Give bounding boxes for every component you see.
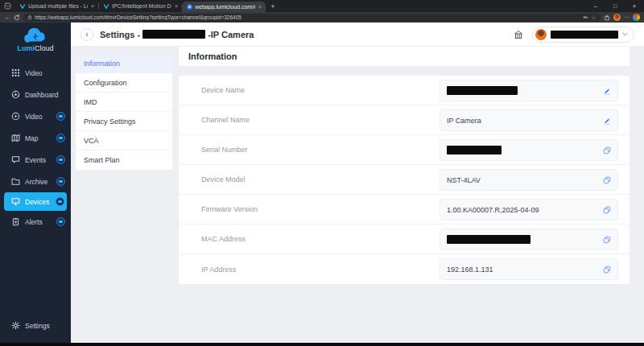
logo-text: LumiCloud	[0, 44, 71, 52]
panel-title: Information	[179, 47, 630, 66]
chevron-down-icon	[622, 32, 628, 36]
cloud-badge-icon	[56, 134, 65, 142]
account-profile-icon[interactable]	[633, 14, 640, 21]
edit-icon[interactable]	[603, 117, 611, 125]
sidebar-item-devices[interactable]: Devices	[4, 192, 67, 211]
tab-vca[interactable]: VCA	[76, 131, 172, 150]
copy-icon[interactable]	[603, 146, 611, 154]
play-icon	[11, 112, 20, 121]
info-row-mac-address: MAC Address	[179, 224, 630, 254]
new-tab-button[interactable]: +	[267, 2, 279, 10]
redacted-device-name	[142, 30, 205, 39]
cloud-badge-icon	[56, 217, 65, 226]
tab-title: Upload multiple files - Luminys W	[28, 3, 88, 9]
field-label: MAC Address	[179, 235, 246, 243]
luminys-favicon	[19, 3, 26, 10]
browser-tab-2[interactable]: IPC/Intelligent Motion Detection ×	[98, 0, 182, 12]
account-menu[interactable]	[532, 27, 634, 43]
sidebar-item-events[interactable]: Events	[0, 149, 71, 171]
tab-title: IPC/Intelligent Motion Detection	[112, 3, 171, 9]
tab-configuration[interactable]: Configuration	[76, 73, 172, 93]
gear-icon	[11, 321, 20, 330]
redacted-value	[447, 235, 530, 244]
url-bar[interactable]: https://webapp.lumicloud.com/#/nvrDevice…	[23, 14, 601, 22]
info-row-channel-name: Channel Name IP Camera	[179, 105, 630, 135]
browser-menu-icon[interactable]: ⋯	[624, 14, 630, 21]
clipboard-icon	[11, 217, 20, 226]
serial-number-field	[440, 139, 618, 161]
redacted-value	[447, 146, 502, 154]
organization-button[interactable]	[511, 27, 526, 42]
tab-actions-icon[interactable]	[0, 0, 14, 12]
cloud-badge-icon	[56, 112, 65, 121]
field-value: IP Camera	[447, 117, 481, 125]
sidebar-item-label: Video	[25, 113, 43, 121]
minimize-button[interactable]: –	[586, 0, 605, 11]
lumicloud-logo: LumiCloud	[0, 23, 71, 52]
browser-tab-1[interactable]: Upload multiple files - Luminys W ×	[14, 0, 98, 12]
info-row-device-name: Device Name	[179, 76, 630, 105]
password-key-icon[interactable]	[583, 14, 588, 20]
copy-icon[interactable]	[603, 236, 611, 244]
app-header: ‹ Settings - -IP Camera	[71, 23, 644, 47]
main-column: ‹ Settings - -IP Camera Information	[71, 23, 644, 343]
sidebar-item-archive[interactable]: Archive	[0, 171, 71, 192]
refresh-icon[interactable]	[14, 14, 20, 21]
chat-bubble-icon	[11, 155, 20, 164]
devices-icon	[11, 197, 20, 206]
back-icon[interactable]: ←	[4, 14, 10, 21]
browser-tab-active[interactable]: webapp.lumicloud.com/#/nvrDe... ×	[182, 2, 266, 12]
settings-content: Information Configuration IMD Privacy Se…	[71, 47, 644, 343]
site-info-lock-icon[interactable]	[27, 14, 32, 20]
copy-icon[interactable]	[603, 176, 611, 184]
tab-close-icon[interactable]: ×	[258, 4, 262, 10]
bookmark-star-icon[interactable]: ☆	[591, 14, 597, 21]
maximize-button[interactable]: □	[605, 0, 625, 11]
browser-profile-avatar[interactable]	[613, 14, 621, 21]
tab-smart-plan[interactable]: Smart Plan	[76, 150, 172, 170]
browser-toolbar: ← https://webapp.lumicloud.com/#/nvrDevi…	[0, 12, 644, 23]
field-label: Channel Name	[179, 116, 250, 124]
user-avatar	[535, 29, 547, 40]
field-value: NST-4LAV	[447, 176, 481, 184]
field-label: Firmware Version	[179, 205, 258, 213]
sidebar-item-dashboard[interactable]: Dashboard	[0, 84, 71, 105]
edit-icon[interactable]	[603, 87, 611, 95]
sidebar-item-video[interactable]: Video	[0, 105, 71, 127]
copy-icon[interactable]	[603, 266, 611, 274]
tab-privacy-settings[interactable]: Privacy Settings	[76, 112, 172, 131]
tab-strip: Upload multiple files - Luminys W × IPC/…	[0, 0, 644, 12]
field-label: IP Address	[179, 266, 236, 274]
tab-information[interactable]: Information	[76, 54, 172, 73]
map-icon	[11, 134, 20, 142]
sidebar-item-label: Map	[25, 134, 39, 142]
info-row-serial-number: Serial Number	[179, 135, 630, 165]
sidebar-item-label: Video	[25, 69, 43, 77]
tab-close-icon[interactable]: ×	[90, 3, 95, 9]
url-text[interactable]: https://webapp.lumicloud.com/#/nvrDevice…	[35, 14, 580, 20]
tab-close-icon[interactable]: ×	[174, 3, 179, 9]
page-title: Settings - -IP Camera	[100, 30, 254, 39]
panel-divider	[179, 66, 630, 76]
browser-chrome: Upload multiple files - Luminys W × IPC/…	[0, 0, 644, 23]
device-name-field	[440, 80, 618, 101]
copy-icon[interactable]	[603, 206, 611, 214]
sidebar-item-alerts[interactable]: Alerts	[0, 211, 71, 233]
sidebar-item-settings[interactable]: Settings	[0, 315, 71, 336]
extensions-icon[interactable]	[604, 14, 610, 21]
ip-address-field: 192.168.1.131	[440, 258, 618, 280]
firmware-version-field: 1.00.KA00007.R,2025-04-09	[440, 199, 618, 220]
field-label: Device Name	[179, 86, 245, 94]
sidebar-item-label: Alerts	[25, 218, 43, 226]
sidebar-item-label: Events	[25, 156, 46, 164]
field-value: 1.00.KA00007.R,2025-04-09	[447, 206, 539, 214]
window-controls: – □ ×	[586, 0, 644, 11]
tab-imd[interactable]: IMD	[76, 93, 172, 112]
sidebar-item-video-wall[interactable]: Video	[0, 62, 71, 84]
info-row-firmware-version: Firmware Version 1.00.KA00007.R,2025-04-…	[179, 195, 630, 224]
back-button[interactable]: ‹	[80, 28, 93, 41]
sidebar-menu: Video Dashboard Video Map Events	[0, 62, 71, 233]
redacted-account-name	[551, 31, 618, 39]
sidebar-item-map[interactable]: Map	[0, 127, 71, 149]
close-button[interactable]: ×	[625, 0, 644, 11]
